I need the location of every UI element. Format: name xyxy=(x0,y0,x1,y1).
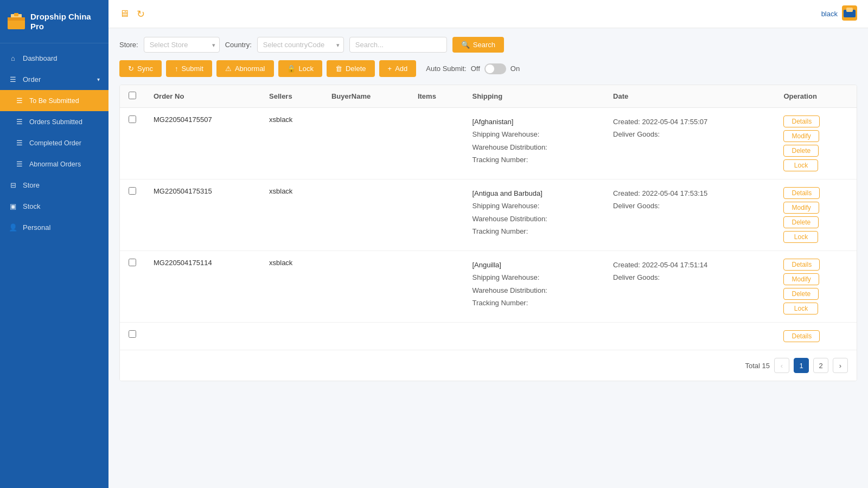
sidebar-item-orders-submitted[interactable]: ☰ Orders Submitted xyxy=(0,111,108,132)
order-no-cell: MG220504175507 xyxy=(145,108,260,179)
sidebar-item-abnormal-orders[interactable]: ☰ Abnormal Orders xyxy=(0,153,108,175)
next-page-button[interactable]: › xyxy=(833,358,848,373)
op-lock-button[interactable]: Lock xyxy=(783,159,818,171)
shipping-country: [Antigua and Barbuda] xyxy=(472,187,596,200)
buyer-name-cell xyxy=(323,179,409,251)
submenu2-icon: ☰ xyxy=(15,118,24,126)
search-button[interactable]: 🔍 Search xyxy=(452,37,504,53)
submenu-icon: ☰ xyxy=(15,97,24,105)
op-modify-button[interactable]: Modify xyxy=(783,130,819,142)
sidebar-item-orders-submitted-label: Orders Submitted xyxy=(29,118,82,126)
row-checkbox[interactable] xyxy=(129,187,136,195)
screen-icon[interactable]: 🖥 xyxy=(119,8,129,20)
row-checkbox[interactable] xyxy=(129,259,136,266)
op-modify-button[interactable]: Modify xyxy=(783,273,819,285)
auto-submit-toggle[interactable] xyxy=(484,63,506,74)
col-operation: Operation xyxy=(775,85,857,108)
deliver-goods: Deliver Goods: xyxy=(613,271,766,284)
delete-button[interactable]: 🗑 Delete xyxy=(327,60,375,77)
sidebar-item-to-be-submitted[interactable]: ☰ To Be Submitted xyxy=(0,90,108,111)
table-header-row: Order No Sellers BuyerName Items Shippin… xyxy=(120,85,857,108)
items-cell xyxy=(409,323,464,350)
sidebar-item-stock-label: Stock xyxy=(23,202,41,210)
filter-bar: Store: Select Store Country: Select coun… xyxy=(119,37,857,53)
op-delete-button[interactable]: Delete xyxy=(783,145,819,157)
action-bar: ↻ Sync ↑ Submit ⚠ Abnormal 🔒 Lock 🗑 Dele… xyxy=(119,60,857,77)
created-date: Created: 2022-05-04 17:55:07 xyxy=(613,115,766,128)
submit-button[interactable]: ↑ Submit xyxy=(166,60,212,77)
col-buyer-name: BuyerName xyxy=(323,85,409,108)
op-details-button[interactable]: Details xyxy=(783,259,820,271)
lock-button[interactable]: 🔒 Lock xyxy=(278,60,322,77)
country-label: Country: xyxy=(225,41,252,49)
created-date: Created: 2022-05-04 17:51:14 xyxy=(613,259,766,271)
add-label: Add xyxy=(395,65,407,73)
op-delete-button[interactable]: Delete xyxy=(783,216,819,228)
row-checkbox[interactable] xyxy=(129,115,136,123)
sidebar-item-store[interactable]: ⊟ Store xyxy=(0,175,108,196)
op-modify-button[interactable]: Modify xyxy=(783,202,819,214)
sidebar-item-order-label: Order xyxy=(23,75,41,84)
country-select-wrapper: Select countryCode xyxy=(257,37,344,53)
shipping-distribution: Warehouse Distribution: xyxy=(472,141,596,153)
home-icon: ⌂ xyxy=(9,54,17,62)
username: black xyxy=(821,10,838,18)
auto-submit-control: Auto Submit: Off On xyxy=(426,63,520,74)
sidebar-nav: ⌂ Dashboard ☰ Order ▾ ☰ To Be Submitted … xyxy=(0,43,108,488)
op-details-button[interactable]: Details xyxy=(783,115,820,127)
lock-label: Lock xyxy=(299,65,314,73)
sidebar-item-personal[interactable]: 👤 Personal xyxy=(0,217,108,238)
date-cell xyxy=(604,323,775,350)
shipping-cell: [Anguilla] Shipping Warehouse: Warehouse… xyxy=(463,251,604,323)
shipping-tracking: Tracking Number: xyxy=(472,153,596,166)
op-delete-button[interactable]: Delete xyxy=(783,288,819,300)
app-name: Dropship China Pro xyxy=(30,12,102,31)
operation-cell: DetailsModifyDeleteLock xyxy=(775,251,857,323)
col-sellers: Sellers xyxy=(260,85,323,108)
page-1-button[interactable]: 1 xyxy=(794,358,809,373)
op-lock-button[interactable]: Lock xyxy=(783,303,818,314)
search-button-label: Search xyxy=(473,41,495,49)
shipping-distribution: Warehouse Distribution: xyxy=(472,213,596,225)
items-cell xyxy=(409,179,464,251)
shipping-cell: [Antigua and Barbuda] Shipping Warehouse… xyxy=(463,179,604,251)
sidebar-item-completed-order[interactable]: ☰ Completed Order xyxy=(0,132,108,153)
sellers-cell: xsblack xyxy=(260,179,323,251)
op-details-button[interactable]: Details xyxy=(783,187,820,199)
warning-icon: ⚠ xyxy=(225,65,232,73)
abnormal-button[interactable]: ⚠ Abnormal xyxy=(216,60,274,77)
shipping-cell: [Afghanistan] Shipping Warehouse: Wareho… xyxy=(463,108,604,179)
lock-icon: 🔒 xyxy=(287,65,296,73)
submenu3-icon: ☰ xyxy=(15,139,24,147)
row-checkbox[interactable] xyxy=(129,330,136,338)
sidebar-item-abnormal-orders-label: Abnormal Orders xyxy=(29,160,81,168)
abnormal-label: Abnormal xyxy=(235,65,265,73)
store-select[interactable]: Select Store xyxy=(144,37,220,53)
refresh-icon[interactable]: ↻ xyxy=(137,8,145,20)
sidebar-item-dashboard[interactable]: ⌂ Dashboard xyxy=(0,48,108,69)
svg-rect-2 xyxy=(14,13,18,16)
add-button[interactable]: + Add xyxy=(379,60,417,77)
auto-submit-label: Auto Submit: xyxy=(426,65,466,73)
prev-page-button[interactable]: ‹ xyxy=(774,358,789,373)
items-cell xyxy=(409,251,464,323)
search-input[interactable] xyxy=(349,37,447,53)
table-row: Details xyxy=(120,323,857,350)
deliver-goods: Deliver Goods: xyxy=(613,200,766,212)
col-order-no: Order No xyxy=(145,85,260,108)
user-avatar-icon xyxy=(842,5,857,22)
svg-rect-3 xyxy=(8,17,25,21)
sync-button[interactable]: ↻ Sync xyxy=(119,60,162,77)
svg-rect-6 xyxy=(846,8,853,12)
sidebar-item-order[interactable]: ☰ Order ▾ xyxy=(0,69,108,90)
sidebar-item-stock[interactable]: ▣ Stock xyxy=(0,196,108,217)
deliver-goods: Deliver Goods: xyxy=(613,128,766,140)
pagination: Total 15 ‹ 1 2 › xyxy=(120,350,857,381)
operation-cell: DetailsModifyDeleteLock xyxy=(775,179,857,251)
op-lock-button[interactable]: Lock xyxy=(783,231,818,243)
op-details-button[interactable]: Details xyxy=(783,330,820,342)
page-2-button[interactable]: 2 xyxy=(813,358,828,373)
date-cell: Created: 2022-05-04 17:55:07 Deliver Goo… xyxy=(604,108,775,179)
country-select[interactable]: Select countryCode xyxy=(257,37,344,53)
select-all-checkbox[interactable] xyxy=(129,92,136,99)
